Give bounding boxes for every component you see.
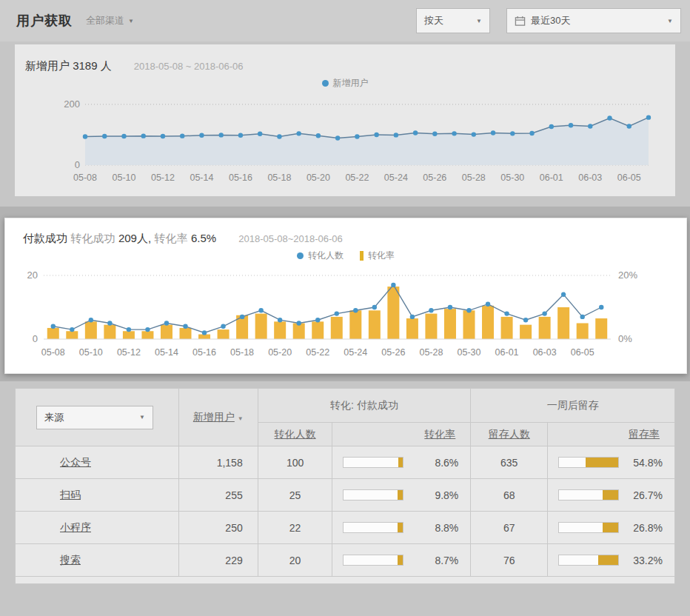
new-users-cell: 255 [178,479,258,512]
ret-count-cell: 76 [471,544,548,577]
percent-label: 9.8% [435,489,458,501]
chevron-down-icon: ▼ [667,18,673,24]
svg-text:05-10: 05-10 [79,347,103,358]
svg-text:06-03: 06-03 [533,347,557,358]
svg-text:05-28: 05-28 [419,347,443,358]
progress-bar-fill [398,490,403,500]
conversion-rate-value: 6.5% [191,232,216,244]
conversion-title-sub: 转化成功 [70,232,115,246]
topbar: 用户获取 全部渠道 ▼ 按天 ▼ 最近30天 ▼ [0,0,690,41]
new-users-line-chart[interactable]: 200005-0805-1005-1205-1405-1605-1805-200… [15,93,675,189]
conversion-combo-chart[interactable]: 20020%0%05-0805-1005-1205-1405-1605-1805… [5,265,675,364]
table-row [16,577,675,584]
chevron-down-icon: ▼ [476,18,482,24]
granularity-select[interactable]: 按天 ▼ [416,8,490,33]
progress-bar-track [558,489,619,500]
progress-bar-track [343,522,403,533]
chevron-down-icon: ▼ [139,414,145,421]
svg-text:05-12: 05-12 [151,173,175,183]
ret-count-cell: 67 [471,512,548,544]
source-table: 来源 ▼ 新增用户▼ 转化: 付款成功 一周后留存 转化人数 转化率 留存人数 … [15,388,675,584]
highlight-band: 付款成功 转化成功 209人, 转化率 6.5% 2018-05-08~2018… [0,207,690,381]
page-title: 用户获取 [16,12,73,30]
source-link[interactable]: 扫码 [60,489,81,500]
column-group-conversion: 转化: 付款成功 [258,389,471,423]
source-cell: 公众号 [16,446,179,479]
new-users-card: 新增用户 3189 人 2018-05-08 ~ 2018-06-06 新增用户… [15,44,675,196]
percent-label: 8.8% [435,522,458,534]
ret-count-cell: 68 [471,479,548,512]
column-header-ret-rate[interactable]: 留存率 [548,423,675,446]
source-filter-select[interactable]: 来源 ▼ [36,406,153,429]
calendar-icon [515,16,526,27]
source-filter-value: 来源 [44,411,64,424]
legend-dot-icon [322,80,329,87]
source-link[interactable]: 公众号 [60,456,91,468]
column-header-conv-rate[interactable]: 转化率 [332,423,471,446]
svg-text:05-08: 05-08 [73,173,97,183]
table-row: 小程序250228.8%6726.8% [16,512,675,544]
conv-rate-cell: 8.7% [332,544,471,577]
chevron-down-icon: ▼ [128,18,134,24]
progress-bar-fill [603,523,618,532]
ret-rate-cell: 26.7% [548,479,675,512]
legend-dot-icon [297,252,304,259]
conv-rate-cell: 8.8% [332,512,471,544]
svg-text:06-05: 06-05 [617,173,641,183]
svg-text:06-05: 06-05 [571,347,594,358]
channel-filter-dropdown[interactable]: 全部渠道 ▼ [86,14,134,27]
source-cell: 小程序 [16,512,179,544]
svg-text:05-14: 05-14 [190,173,213,183]
conv-count-cell: 22 [258,512,332,544]
conv-rate-cell: 8.6% [332,446,471,479]
svg-text:0: 0 [75,159,80,170]
svg-text:05-14: 05-14 [155,347,178,358]
granularity-value: 按天 [424,14,443,27]
progress-bar-fill [603,490,618,500]
source-link[interactable]: 小程序 [60,521,91,533]
column-header-conv-count[interactable]: 转化人数 [258,423,332,446]
svg-text:06-01: 06-01 [540,173,563,183]
column-header-ret-count[interactable]: 留存人数 [471,423,548,446]
progress-bar-track [558,555,619,566]
svg-text:05-10: 05-10 [112,173,135,183]
conversion-rate-label: 转化率 [155,232,188,246]
svg-text:05-18: 05-18 [267,173,291,183]
ret-rate-cell: 33.2% [548,544,675,577]
progress-bar-fill [398,458,403,467]
new-users-legend[interactable]: 新增用户 [15,73,675,93]
column-header-new-users[interactable]: 新增用户▼ [178,389,258,446]
legend-label: 新增用户 [333,77,369,90]
conversion-card: 付款成功 转化成功 209人, 转化率 6.5% 2018-05-08~2018… [4,218,687,374]
progress-bar-track [558,457,619,468]
svg-text:05-26: 05-26 [423,173,446,183]
new-users-date-range: 2018-05-08 ~ 2018-06-06 [134,61,244,72]
svg-text:05-28: 05-28 [462,173,486,183]
new-users-cell: 229 [178,544,258,577]
svg-text:05-18: 05-18 [230,347,254,358]
progress-bar-fill [586,458,618,467]
source-link[interactable]: 搜索 [60,554,81,566]
progress-bar-track [343,457,403,468]
ret-rate-cell: 54.8% [548,446,675,479]
percent-label: 33.2% [633,555,663,566]
svg-text:05-30: 05-30 [500,173,524,183]
svg-text:05-08: 05-08 [41,347,65,358]
sort-caret-icon: ▼ [238,415,244,422]
percent-label: 26.8% [633,522,663,534]
conv-count-cell: 20 [258,544,332,577]
svg-text:0%: 0% [618,333,632,344]
legend-bar-icon [360,251,364,261]
conv-count-cell: 100 [258,446,332,479]
ret-rate-cell: 26.8% [548,512,675,544]
svg-text:05-22: 05-22 [306,347,329,358]
legend-rate-label: 转化率 [368,250,395,262]
new-users-cell: 1,158 [178,446,258,479]
conversion-legend[interactable]: 转化人数 转化率 [5,246,686,265]
new-users-cell: 250 [178,512,258,544]
progress-bar-fill [598,555,618,565]
date-range-select[interactable]: 最近30天 ▼ [506,8,681,33]
progress-bar-fill [398,523,403,532]
conversion-date-range: 2018-05-08~2018-06-06 [238,233,343,244]
progress-bar-fill [398,555,403,565]
